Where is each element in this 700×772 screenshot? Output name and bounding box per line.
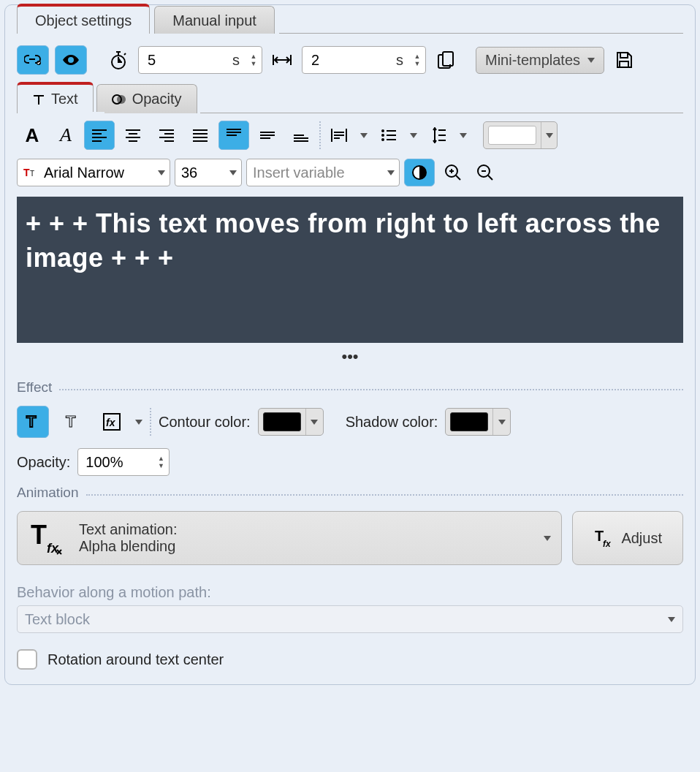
text-color-swatch <box>488 126 536 145</box>
tab-text-label: Text <box>51 91 78 107</box>
opacity-down[interactable]: ▼ <box>156 462 166 469</box>
animation-label: Text animation: <box>79 521 178 538</box>
valign-top-button[interactable] <box>218 121 249 150</box>
zoom-in-icon[interactable] <box>439 159 467 186</box>
rotation-checkbox[interactable] <box>17 649 37 670</box>
eye-icon[interactable] <box>55 45 87 75</box>
svg-text:fx: fx <box>603 539 612 548</box>
main-tabs: Object settings Manual input <box>5 4 695 34</box>
link-icon[interactable] <box>17 45 49 75</box>
font-size-select[interactable]: 36 <box>175 159 242 186</box>
chevron-down-icon[interactable] <box>360 133 368 138</box>
duration-down[interactable]: ▼ <box>248 60 259 67</box>
chevron-down-icon <box>668 617 675 622</box>
valign-bottom-button[interactable] <box>286 121 316 150</box>
duration-field[interactable]: s ▲▼ <box>138 46 262 74</box>
text-wrap-icon[interactable] <box>324 121 354 150</box>
shadow-color-picker[interactable] <box>445 408 511 436</box>
svg-text:T: T <box>66 412 76 431</box>
effect-style-2[interactable]: T <box>56 406 88 438</box>
align-left-button[interactable] <box>84 121 115 150</box>
object-settings-panel: Object settings Manual input s ▲▼ s ▲▼ <box>4 4 696 685</box>
italic-button[interactable]: A <box>50 121 81 150</box>
svg-point-7 <box>381 138 384 141</box>
svg-point-4 <box>117 95 126 104</box>
mini-templates-dropdown[interactable]: Mini-templates <box>476 47 604 74</box>
chevron-down-icon[interactable] <box>541 122 557 148</box>
chevron-down-icon[interactable] <box>492 409 510 435</box>
copy-settings-icon[interactable] <box>432 46 460 74</box>
font-family-value: Arial Narrow <box>44 164 124 181</box>
effect-style-1[interactable]: T <box>17 406 49 438</box>
chevron-down-icon[interactable] <box>410 133 417 138</box>
svg-point-5 <box>381 129 384 132</box>
animation-value: Alpha blending <box>79 538 178 555</box>
offset-up[interactable]: ▲ <box>412 53 422 60</box>
insert-variable-placeholder: Insert variable <box>253 164 345 181</box>
opacity-row: Opacity: 100% ▲▼ <box>17 448 683 476</box>
section-effect-header: Effect <box>17 379 683 396</box>
line-height-icon[interactable] <box>423 121 454 150</box>
expand-handle[interactable]: ••• <box>5 343 695 371</box>
effect-toolbar: T T fx Contour color: Shadow color: <box>17 406 683 438</box>
list-icon[interactable] <box>373 121 404 150</box>
section-animation-header: Animation <box>17 485 683 501</box>
chevron-down-icon <box>544 536 551 541</box>
section-effect-label: Effect <box>17 379 52 396</box>
sub-tabs: Text Opacity <box>5 82 695 113</box>
effect-fx-icon[interactable]: fx <box>96 406 128 438</box>
chevron-down-icon <box>158 170 165 175</box>
offset-input[interactable] <box>310 51 354 69</box>
text-color-picker[interactable] <box>483 121 558 149</box>
font-family-select[interactable]: TT Arial Narrow <box>17 159 170 186</box>
offset-down[interactable]: ▼ <box>412 60 422 67</box>
width-arrows-icon <box>268 46 296 74</box>
font-size-value: 36 <box>181 164 197 181</box>
chevron-down-icon <box>387 170 395 175</box>
svg-text:T: T <box>26 412 37 431</box>
svg-text:T: T <box>31 521 47 550</box>
contrast-icon[interactable] <box>404 159 435 186</box>
chevron-down-icon <box>229 170 237 175</box>
duration-unit: s <box>232 52 240 69</box>
contour-color-swatch <box>263 412 301 431</box>
svg-point-6 <box>381 134 384 137</box>
opacity-field[interactable]: 100% ▲▼ <box>77 448 170 476</box>
stopwatch-icon <box>104 46 132 74</box>
tab-object-settings[interactable]: Object settings <box>17 4 150 34</box>
valign-middle-button[interactable] <box>252 121 283 150</box>
tab-opacity[interactable]: Opacity <box>96 84 197 113</box>
motion-path-select[interactable]: Text block <box>17 605 683 633</box>
chevron-down-icon[interactable] <box>305 409 323 435</box>
svg-text:fx: fx <box>106 417 116 428</box>
opacity-label: Opacity: <box>17 454 70 471</box>
save-icon[interactable] <box>610 46 638 74</box>
zoom-out-icon[interactable] <box>471 159 499 186</box>
opacity-up[interactable]: ▲ <box>156 455 166 462</box>
tab-text[interactable]: Text <box>17 82 94 113</box>
text-animation-select[interactable]: T fx Text animation: Alpha blending <box>17 511 562 565</box>
align-right-button[interactable] <box>151 121 182 150</box>
offset-field[interactable]: s ▲▼ <box>302 46 426 74</box>
text-preview[interactable]: + + + This text moves from right to left… <box>17 197 683 343</box>
adjust-label: Adjust <box>621 530 662 547</box>
top-toolbar: s ▲▼ s ▲▼ Mini-templates <box>5 35 695 79</box>
svg-rect-2 <box>443 52 453 66</box>
tab-manual-input[interactable]: Manual input <box>154 6 275 34</box>
align-center-button[interactable] <box>118 121 148 150</box>
contour-color-picker[interactable] <box>258 408 324 436</box>
chevron-down-icon[interactable] <box>460 133 467 138</box>
chevron-down-icon[interactable] <box>135 420 142 425</box>
duration-input[interactable] <box>146 51 190 69</box>
align-justify-button[interactable] <box>185 121 216 150</box>
insert-variable-select[interactable]: Insert variable <box>246 159 400 186</box>
duration-up[interactable]: ▲ <box>248 53 259 60</box>
adjust-button[interactable]: T fx Adjust <box>572 511 683 565</box>
bold-button[interactable]: A <box>17 121 47 150</box>
opacity-value: 100% <box>85 454 123 471</box>
motion-path-label: Behavior along a motion path: <box>17 584 683 601</box>
contour-color-label: Contour color: <box>159 414 251 431</box>
font-toolbar: TT Arial Narrow 36 Insert variable <box>5 156 695 189</box>
motion-path-value: Text block <box>25 611 90 628</box>
format-toolbar: A A <box>5 115 695 156</box>
